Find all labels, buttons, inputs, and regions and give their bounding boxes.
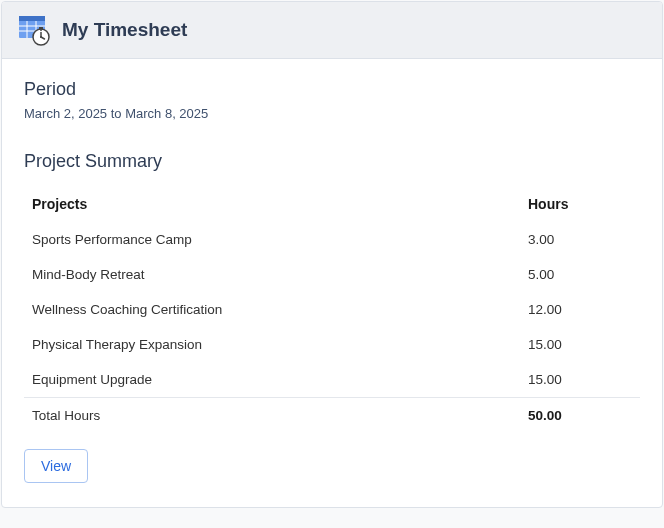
project-hours: 15.00	[520, 362, 640, 398]
table-body: Sports Performance Camp 3.00 Mind-Body R…	[24, 222, 640, 433]
table-row: Wellness Coaching Certification 12.00	[24, 292, 640, 327]
project-name: Equipment Upgrade	[24, 362, 520, 398]
table-row: Mind-Body Retreat 5.00	[24, 257, 640, 292]
project-hours: 5.00	[520, 257, 640, 292]
project-hours: 3.00	[520, 222, 640, 257]
col-hours: Hours	[520, 186, 640, 222]
table-row: Physical Therapy Expansion 15.00	[24, 327, 640, 362]
project-name: Sports Performance Camp	[24, 222, 520, 257]
project-hours: 15.00	[520, 327, 640, 362]
card-title: My Timesheet	[62, 19, 187, 41]
period-range: March 2, 2025 to March 8, 2025	[24, 106, 640, 121]
period-heading: Period	[24, 79, 640, 100]
view-button[interactable]: View	[24, 449, 88, 483]
svg-point-11	[40, 36, 42, 38]
actions-bar: View	[24, 449, 640, 483]
total-row: Total Hours 50.00	[24, 398, 640, 434]
card-body: Period March 2, 2025 to March 8, 2025 Pr…	[2, 59, 662, 507]
project-summary-heading: Project Summary	[24, 151, 640, 172]
svg-rect-1	[19, 16, 45, 21]
timesheet-icon	[18, 14, 50, 46]
total-value: 50.00	[520, 398, 640, 434]
total-label: Total Hours	[24, 398, 520, 434]
svg-rect-7	[39, 27, 43, 29]
timesheet-card: My Timesheet Period March 2, 2025 to Mar…	[1, 1, 663, 508]
project-name: Physical Therapy Expansion	[24, 327, 520, 362]
table-row: Equipment Upgrade 15.00	[24, 362, 640, 398]
project-name: Mind-Body Retreat	[24, 257, 520, 292]
project-summary-table: Projects Hours Sports Performance Camp 3…	[24, 186, 640, 433]
card-header: My Timesheet	[2, 2, 662, 59]
table-header-row: Projects Hours	[24, 186, 640, 222]
col-projects: Projects	[24, 186, 520, 222]
table-row: Sports Performance Camp 3.00	[24, 222, 640, 257]
project-name: Wellness Coaching Certification	[24, 292, 520, 327]
project-hours: 12.00	[520, 292, 640, 327]
